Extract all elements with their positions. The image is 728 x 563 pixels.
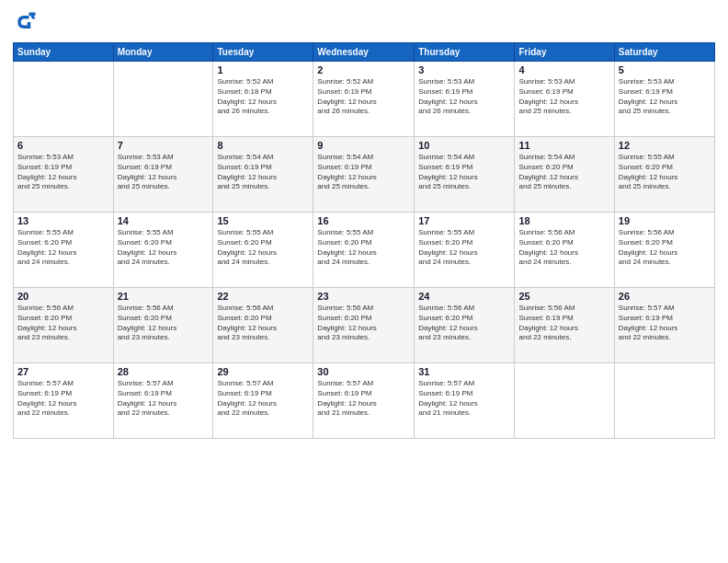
calendar-cell: 22Sunrise: 5:56 AM Sunset: 6:20 PM Dayli… xyxy=(213,288,313,363)
day-number: 27 xyxy=(17,366,109,377)
day-number: 10 xyxy=(418,140,510,151)
calendar-table: SundayMondayTuesdayWednesdayThursdayFrid… xyxy=(13,42,715,439)
day-info: Sunrise: 5:57 AM Sunset: 6:19 PM Dayligh… xyxy=(418,379,510,419)
calendar-cell: 16Sunrise: 5:55 AM Sunset: 6:20 PM Dayli… xyxy=(313,213,415,288)
day-number: 28 xyxy=(118,366,210,377)
calendar-cell: 27Sunrise: 5:57 AM Sunset: 6:19 PM Dayli… xyxy=(14,363,114,439)
day-header-saturday: Saturday xyxy=(614,43,714,62)
day-info: Sunrise: 5:56 AM Sunset: 6:20 PM Dayligh… xyxy=(619,228,711,268)
header-row: SundayMondayTuesdayWednesdayThursdayFrid… xyxy=(14,43,715,62)
logo-icon xyxy=(13,9,39,35)
day-info: Sunrise: 5:52 AM Sunset: 6:19 PM Dayligh… xyxy=(317,77,410,117)
day-header-friday: Friday xyxy=(515,43,614,62)
day-number: 26 xyxy=(619,291,711,302)
day-number: 1 xyxy=(217,64,309,75)
day-info: Sunrise: 5:56 AM Sunset: 6:19 PM Dayligh… xyxy=(518,304,609,343)
calendar-cell: 12Sunrise: 5:55 AM Sunset: 6:20 PM Dayli… xyxy=(614,137,714,213)
calendar-cell: 2Sunrise: 5:52 AM Sunset: 6:19 PM Daylig… xyxy=(313,62,415,137)
day-number: 29 xyxy=(217,366,309,377)
calendar-cell xyxy=(515,363,614,439)
calendar-cell: 15Sunrise: 5:55 AM Sunset: 6:20 PM Dayli… xyxy=(213,213,313,288)
day-number: 20 xyxy=(17,291,109,302)
day-number: 7 xyxy=(118,140,210,151)
day-number: 31 xyxy=(418,366,510,377)
day-info: Sunrise: 5:52 AM Sunset: 6:18 PM Dayligh… xyxy=(217,77,309,117)
day-info: Sunrise: 5:55 AM Sunset: 6:20 PM Dayligh… xyxy=(317,228,410,268)
day-info: Sunrise: 5:55 AM Sunset: 6:20 PM Dayligh… xyxy=(118,228,210,268)
day-info: Sunrise: 5:56 AM Sunset: 6:20 PM Dayligh… xyxy=(17,304,109,343)
week-row-2: 6Sunrise: 5:53 AM Sunset: 6:19 PM Daylig… xyxy=(14,137,715,213)
day-info: Sunrise: 5:55 AM Sunset: 6:20 PM Dayligh… xyxy=(217,228,309,268)
day-info: Sunrise: 5:54 AM Sunset: 6:19 PM Dayligh… xyxy=(317,153,410,192)
calendar-cell: 18Sunrise: 5:56 AM Sunset: 6:20 PM Dayli… xyxy=(515,213,614,288)
day-info: Sunrise: 5:54 AM Sunset: 6:20 PM Dayligh… xyxy=(518,153,609,192)
day-info: Sunrise: 5:57 AM Sunset: 6:19 PM Dayligh… xyxy=(17,379,109,419)
day-info: Sunrise: 5:55 AM Sunset: 6:20 PM Dayligh… xyxy=(17,228,109,268)
calendar-cell: 6Sunrise: 5:53 AM Sunset: 6:19 PM Daylig… xyxy=(14,137,114,213)
day-header-sunday: Sunday xyxy=(14,43,114,62)
calendar-cell: 13Sunrise: 5:55 AM Sunset: 6:20 PM Dayli… xyxy=(14,213,114,288)
calendar-cell: 26Sunrise: 5:57 AM Sunset: 6:19 PM Dayli… xyxy=(614,288,714,363)
day-number: 16 xyxy=(317,215,410,226)
calendar-cell xyxy=(14,62,114,137)
day-info: Sunrise: 5:53 AM Sunset: 6:19 PM Dayligh… xyxy=(518,77,609,117)
day-number: 30 xyxy=(317,366,410,377)
day-info: Sunrise: 5:54 AM Sunset: 6:19 PM Dayligh… xyxy=(217,153,309,192)
calendar-cell: 28Sunrise: 5:57 AM Sunset: 6:19 PM Dayli… xyxy=(113,363,213,439)
page: SundayMondayTuesdayWednesdayThursdayFrid… xyxy=(0,0,728,563)
calendar-cell: 21Sunrise: 5:56 AM Sunset: 6:20 PM Dayli… xyxy=(113,288,213,363)
calendar-cell xyxy=(614,363,714,439)
calendar-cell: 24Sunrise: 5:56 AM Sunset: 6:20 PM Dayli… xyxy=(415,288,515,363)
week-row-3: 13Sunrise: 5:55 AM Sunset: 6:20 PM Dayli… xyxy=(14,213,715,288)
calendar-cell: 3Sunrise: 5:53 AM Sunset: 6:19 PM Daylig… xyxy=(415,62,515,137)
day-number: 4 xyxy=(518,64,609,75)
calendar-cell: 8Sunrise: 5:54 AM Sunset: 6:19 PM Daylig… xyxy=(213,137,313,213)
calendar-cell: 10Sunrise: 5:54 AM Sunset: 6:19 PM Dayli… xyxy=(415,137,515,213)
day-number: 8 xyxy=(217,140,309,151)
calendar-cell: 19Sunrise: 5:56 AM Sunset: 6:20 PM Dayli… xyxy=(614,213,714,288)
day-info: Sunrise: 5:53 AM Sunset: 6:19 PM Dayligh… xyxy=(418,77,510,117)
calendar-cell: 29Sunrise: 5:57 AM Sunset: 6:19 PM Dayli… xyxy=(213,363,313,439)
calendar-cell: 25Sunrise: 5:56 AM Sunset: 6:19 PM Dayli… xyxy=(515,288,614,363)
day-number: 5 xyxy=(619,64,711,75)
calendar-cell: 23Sunrise: 5:56 AM Sunset: 6:20 PM Dayli… xyxy=(313,288,415,363)
day-number: 17 xyxy=(418,215,510,226)
day-info: Sunrise: 5:57 AM Sunset: 6:19 PM Dayligh… xyxy=(118,379,210,419)
day-info: Sunrise: 5:56 AM Sunset: 6:20 PM Dayligh… xyxy=(217,304,309,343)
day-info: Sunrise: 5:53 AM Sunset: 6:19 PM Dayligh… xyxy=(619,77,711,117)
calendar-body: 1Sunrise: 5:52 AM Sunset: 6:18 PM Daylig… xyxy=(14,62,715,439)
day-info: Sunrise: 5:56 AM Sunset: 6:20 PM Dayligh… xyxy=(418,304,510,343)
day-number: 21 xyxy=(118,291,210,302)
day-number: 14 xyxy=(118,215,210,226)
header xyxy=(13,9,715,35)
day-info: Sunrise: 5:56 AM Sunset: 6:20 PM Dayligh… xyxy=(518,228,609,268)
day-info: Sunrise: 5:53 AM Sunset: 6:19 PM Dayligh… xyxy=(118,153,210,192)
logo xyxy=(13,9,42,35)
day-number: 15 xyxy=(217,215,309,226)
day-number: 13 xyxy=(17,215,109,226)
week-row-1: 1Sunrise: 5:52 AM Sunset: 6:18 PM Daylig… xyxy=(14,62,715,137)
week-row-5: 27Sunrise: 5:57 AM Sunset: 6:19 PM Dayli… xyxy=(14,363,715,439)
calendar-cell: 30Sunrise: 5:57 AM Sunset: 6:19 PM Dayli… xyxy=(313,363,415,439)
day-info: Sunrise: 5:53 AM Sunset: 6:19 PM Dayligh… xyxy=(17,153,109,192)
day-number: 24 xyxy=(418,291,510,302)
day-number: 2 xyxy=(317,64,410,75)
day-number: 12 xyxy=(619,140,711,151)
day-info: Sunrise: 5:55 AM Sunset: 6:20 PM Dayligh… xyxy=(619,153,711,192)
calendar-cell: 5Sunrise: 5:53 AM Sunset: 6:19 PM Daylig… xyxy=(614,62,714,137)
day-info: Sunrise: 5:56 AM Sunset: 6:20 PM Dayligh… xyxy=(118,304,210,343)
day-number: 19 xyxy=(619,215,711,226)
day-header-tuesday: Tuesday xyxy=(213,43,313,62)
day-number: 9 xyxy=(317,140,410,151)
day-number: 22 xyxy=(217,291,309,302)
calendar-cell: 14Sunrise: 5:55 AM Sunset: 6:20 PM Dayli… xyxy=(113,213,213,288)
day-number: 6 xyxy=(17,140,109,151)
calendar-cell: 7Sunrise: 5:53 AM Sunset: 6:19 PM Daylig… xyxy=(113,137,213,213)
day-number: 25 xyxy=(518,291,609,302)
day-header-monday: Monday xyxy=(113,43,213,62)
day-number: 23 xyxy=(317,291,410,302)
calendar-cell: 31Sunrise: 5:57 AM Sunset: 6:19 PM Dayli… xyxy=(415,363,515,439)
day-info: Sunrise: 5:57 AM Sunset: 6:19 PM Dayligh… xyxy=(317,379,410,419)
calendar-cell: 20Sunrise: 5:56 AM Sunset: 6:20 PM Dayli… xyxy=(14,288,114,363)
day-number: 3 xyxy=(418,64,510,75)
